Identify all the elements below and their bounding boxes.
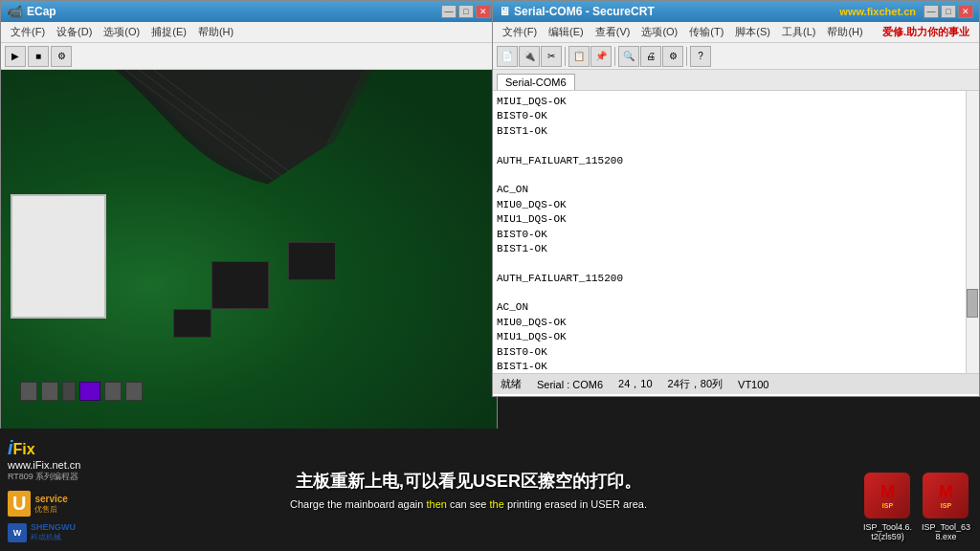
menu-file[interactable]: 文件(F) — [5, 23, 51, 41]
menu-view[interactable]: 查看(V) — [590, 23, 636, 41]
menu-options[interactable]: 选项(O) — [635, 23, 683, 41]
maximize-button[interactable]: □ — [458, 5, 474, 18]
securecrt-title: 🖥 Serial-COM6 - SecureCRT — [499, 5, 655, 18]
menu-options[interactable]: 选项(O) — [98, 23, 145, 41]
securecrt-promo: 爱修.助力你的事业 — [882, 25, 969, 39]
ecap-menubar: 文件(F) 设备(D) 选项(O) 捕捉(E) 帮助(H) — [1, 22, 497, 43]
securecrt-window-controls: — □ ✕ — [924, 5, 973, 18]
ecap-titlebar: 📹 ECap — □ ✕ — [1, 1, 497, 22]
isp-tool-2-label: ISP_Tool_638.exe — [922, 522, 970, 541]
bottom-left-logos: iFix www.iFix.net.cn RT809 系列编程器 U servi… — [0, 429, 158, 551]
isp-tool-1-label: ISP_Tool4.6.t2(zls59) — [863, 522, 912, 541]
ecap-window-controls: — □ ✕ — [441, 5, 491, 18]
menu-tools[interactable]: 工具(L) — [776, 23, 821, 41]
status-row: 24行，80列 — [668, 377, 723, 391]
tab-bar: Serial-COM6 ✕ — [493, 70, 979, 91]
video-area — [1, 70, 497, 430]
ecap-title: 📹 ECap — [7, 4, 56, 19]
toolbar-settings[interactable]: ⚙ — [51, 46, 72, 67]
ifix-url: www.iFix.net.cn — [8, 459, 150, 471]
securecrt-brand: www.fixchet.cn — [839, 6, 916, 17]
menu-edit[interactable]: 编辑(E) — [543, 23, 590, 41]
toolbar-search[interactable]: 🔍 — [618, 46, 639, 67]
desktop-icon-isp2[interactable]: M ISP ISP_Tool_638.exe — [922, 473, 970, 541]
uservice-u: U — [8, 491, 31, 517]
ifix-logo-group: iFix www.iFix.net.cn RT809 系列编程器 — [8, 437, 150, 483]
toolbar-disconnect[interactable]: ✂ — [541, 46, 562, 67]
menu-transfer[interactable]: 传输(T) — [683, 23, 729, 41]
subtitle-area: 主板重新上电,可以看见USER区擦空的打印。 Charge the mainbo… — [158, 429, 779, 551]
status-port: Serial : COM6 — [537, 379, 603, 390]
close-button[interactable]: ✕ — [476, 5, 491, 18]
menu-file[interactable]: 文件(F) — [497, 23, 543, 41]
connectors — [20, 382, 143, 401]
scrollbar-thumb[interactable] — [967, 289, 978, 318]
uservice-logo: U service 优售后 — [8, 491, 150, 517]
terminal-statusbar: 就绪 Serial : COM6 24，10 24行，80列 VT100 — [493, 373, 979, 394]
ecap-window: 📹 ECap — □ ✕ 文件(F) 设备(D) 选项(O) 捕捉(E) 帮助(… — [0, 0, 498, 430]
securecrt-menubar: 文件(F) 编辑(E) 查看(V) 选项(O) 传输(T) 脚本(S) 工具(L… — [493, 22, 979, 43]
menu-help[interactable]: 帮助(H) — [821, 23, 868, 41]
english-subtitle: Charge the mainboard again then can see … — [290, 498, 647, 510]
white-component — [11, 194, 106, 319]
ifix-brand: iFix — [8, 439, 35, 458]
terminal-scrollbar[interactable] — [966, 91, 979, 373]
status-terminal: VT100 — [738, 379, 768, 390]
shengwu-logo: W SHENGWU 科成机械 — [8, 522, 150, 542]
isp-tool-1-icon: M ISP — [864, 473, 910, 518]
chinese-subtitle: 主板重新上电,可以看见USER区擦空的打印。 — [296, 470, 641, 493]
maximize-button[interactable]: □ — [941, 5, 956, 18]
securecrt-toolbar: 📄 🔌 ✂ 📋 📌 🔍 🖨 ⚙ ? — [493, 43, 979, 70]
ifix-subtitle: RT809 系列编程器 — [8, 471, 150, 483]
toolbar-copy[interactable]: 📋 — [568, 46, 590, 67]
status-col: 24，10 — [618, 377, 652, 391]
desktop-icon-isp1[interactable]: M ISP ISP_Tool4.6.t2(zls59) — [863, 473, 912, 541]
isp-tool-2-icon: M ISP — [923, 473, 969, 518]
bottom-area: iFix www.iFix.net.cn RT809 系列编程器 U servi… — [0, 429, 980, 551]
highlight-then: then — [426, 498, 446, 510]
close-button[interactable]: ✕ — [958, 5, 973, 18]
toolbar-print[interactable]: 🖨 — [640, 46, 661, 67]
status-ready: 就绪 — [501, 377, 522, 391]
toolbar-paste[interactable]: 📌 — [590, 46, 612, 67]
shengwu-text: SHENGWU 科成机械 — [31, 522, 76, 542]
chip-2 — [173, 309, 212, 338]
menu-items-group: 文件(F) 编辑(E) 查看(V) 选项(O) 传输(T) 脚本(S) 工具(L… — [497, 23, 869, 41]
highlight-the: the — [490, 498, 504, 510]
uservice-line1: service — [34, 494, 67, 504]
minimize-button[interactable]: — — [924, 5, 939, 18]
toolbar-new-session[interactable]: 📄 — [497, 46, 518, 67]
securecrt-titlebar: 🖥 Serial-COM6 - SecureCRT www.fixchet.cn… — [493, 1, 979, 22]
chip-3 — [288, 242, 336, 280]
minimize-button[interactable]: — — [441, 5, 457, 18]
securecrt-window: 🖥 Serial-COM6 - SecureCRT www.fixchet.cn… — [492, 0, 980, 397]
toolbar-stop[interactable]: ■ — [28, 46, 49, 67]
terminal-output: MIUI_DQS-OK BIST0-OK BIST1-OK AUTH_FAILU… — [497, 95, 975, 373]
chip-1 — [212, 261, 269, 309]
ecap-toolbar: ▶ ■ ⚙ — [1, 43, 497, 70]
menu-device[interactable]: 设备(D) — [51, 23, 98, 41]
shengwu-icon: W — [8, 523, 27, 542]
uservice-line2: 优售后 — [34, 504, 67, 515]
terminal-content[interactable]: MIUI_DQS-OK BIST0-OK BIST1-OK AUTH_FAILU… — [493, 91, 979, 373]
toolbar-connect[interactable]: 🔌 — [519, 46, 540, 67]
session-tab[interactable]: Serial-COM6 — [497, 74, 575, 90]
ecap-content — [1, 70, 497, 430]
toolbar-settings[interactable]: ⚙ — [662, 46, 683, 67]
uservice-text: service 优售后 — [34, 494, 67, 515]
menu-capture[interactable]: 捕捉(E) — [145, 23, 192, 41]
toolbar-play[interactable]: ▶ — [5, 46, 26, 67]
menu-script[interactable]: 脚本(S) — [729, 23, 776, 41]
menu-help[interactable]: 帮助(H) — [192, 23, 239, 41]
toolbar-help[interactable]: ? — [690, 46, 711, 67]
desktop-icons: M ISP ISP_Tool4.6.t2(zls59) M ISP ISP_To… — [863, 473, 970, 541]
